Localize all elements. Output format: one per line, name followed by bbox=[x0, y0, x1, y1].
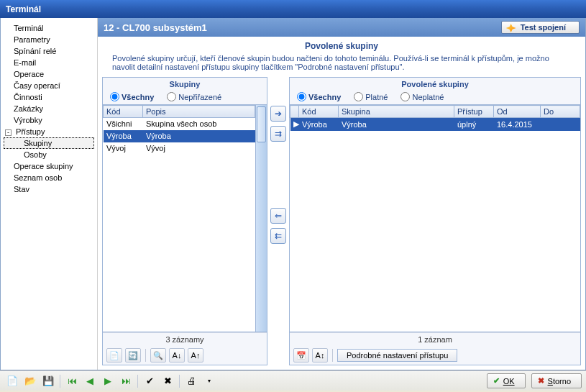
groups-filter-row: Všechny Nepřiřazené bbox=[103, 91, 267, 104]
calendar-icon[interactable]: 📅 bbox=[293, 348, 309, 363]
radio-valid[interactable] bbox=[354, 92, 363, 101]
table-row[interactable]: ▶ Výroba Výroba úplný 16.4.2015 bbox=[290, 118, 580, 131]
radio-all[interactable] bbox=[297, 92, 306, 101]
new-file-icon[interactable]: 📄 bbox=[4, 374, 20, 388]
col-access[interactable]: Přístup bbox=[454, 106, 494, 118]
radio-label: Všechny bbox=[308, 93, 341, 101]
radio-label: Neplatné bbox=[412, 93, 444, 101]
print-icon[interactable]: 🖨 bbox=[183, 374, 199, 388]
groups-panel: Skupiny Všechny Nepřiřazené bbox=[102, 77, 267, 365]
bottom-toolbar: 📄 📂 💾 ⏮ ◀ ▶ ⏭ ✔ ✖ 🖨 ▾ ✔ OK ✖ Storno bbox=[0, 370, 586, 391]
sidebar-item-seznam-osob[interactable]: Seznam osob bbox=[4, 172, 94, 183]
ok-label: OK bbox=[503, 377, 515, 386]
detail-settings-button[interactable]: Podrobné nastavení přístupu bbox=[337, 349, 457, 362]
col-code[interactable]: Kód bbox=[299, 106, 339, 118]
col-code[interactable]: Kód bbox=[104, 106, 143, 118]
window-titlebar: Terminál bbox=[0, 0, 586, 18]
storno-button[interactable]: ✖ Storno bbox=[531, 373, 582, 388]
sort-desc-icon[interactable]: A↑ bbox=[188, 348, 203, 363]
storno-label: Storno bbox=[548, 377, 571, 386]
col-to[interactable]: Do bbox=[541, 106, 580, 118]
separator bbox=[332, 349, 333, 362]
cell-to bbox=[541, 118, 580, 131]
prev-icon[interactable]: ◀ bbox=[82, 374, 98, 388]
groups-filter-unassigned[interactable]: Nepřiřazené bbox=[167, 92, 221, 101]
sort-icon[interactable]: A↕ bbox=[312, 348, 328, 363]
radio-label: Platné bbox=[365, 93, 388, 101]
first-icon[interactable]: ⏮ bbox=[64, 374, 80, 388]
table-row[interactable]: Vývoj Vývoj bbox=[104, 142, 255, 155]
sidebar-item-pristupy[interactable]: - Přístupy bbox=[4, 126, 94, 137]
scrollbar-thumb[interactable] bbox=[257, 106, 266, 142]
allowed-filter-row: Všechny Platné Neplatné bbox=[290, 91, 580, 104]
x-icon: ✖ bbox=[538, 376, 544, 386]
allowed-panel-title: Povolené skupiny bbox=[290, 78, 580, 91]
sidebar-item-label: Přístupy bbox=[16, 127, 45, 136]
sidebar-item-vyrobky[interactable]: Výrobky bbox=[4, 114, 94, 126]
col-from[interactable]: Od bbox=[494, 106, 541, 118]
col-group[interactable]: Skupina bbox=[339, 106, 454, 118]
radio-invalid[interactable] bbox=[400, 92, 410, 101]
content-header: 12 - CL700 subsystém1 Test spojení bbox=[98, 18, 585, 37]
sidebar-item-spinani[interactable]: Spínání relé bbox=[4, 45, 94, 57]
sidebar-item-stav[interactable]: Stav bbox=[4, 183, 94, 195]
find-icon[interactable]: 🔍 bbox=[150, 348, 166, 363]
groups-grid[interactable]: Kód Popis Všichni Skupina všech osob Výr… bbox=[103, 104, 267, 332]
col-desc[interactable]: Popis bbox=[143, 106, 255, 118]
sidebar-item-parametry[interactable]: Parametry bbox=[4, 34, 94, 45]
bottom-toolbar-right: ✔ OK ✖ Storno bbox=[487, 373, 582, 388]
allowed-filter-valid[interactable]: Platné bbox=[354, 92, 388, 101]
allowed-status: 1 záznam bbox=[290, 332, 580, 346]
sidebar-item-osoby[interactable]: Osoby bbox=[4, 149, 94, 160]
sidebar-item-skupiny[interactable]: Skupiny bbox=[4, 137, 94, 149]
allowed-filter-invalid[interactable]: Neplatné bbox=[400, 92, 444, 101]
cell-code: Vývoj bbox=[104, 142, 143, 155]
groups-filter-all[interactable]: Všechny bbox=[110, 92, 154, 101]
separator bbox=[60, 375, 60, 388]
sidebar-tree: Terminál Parametry Spínání relé E-mail O… bbox=[1, 18, 98, 370]
move-all-left-button[interactable]: ⇇ bbox=[270, 228, 286, 244]
groups-toolbar: 📄 🔄 🔍 A↓ A↑ bbox=[103, 346, 267, 365]
sidebar-item-zakazky[interactable]: Zakázky bbox=[4, 103, 94, 114]
cell-code: Výroba bbox=[299, 118, 339, 131]
radio-all[interactable] bbox=[110, 92, 119, 101]
test-connection-button[interactable]: Test spojení bbox=[501, 21, 580, 34]
accept-icon[interactable]: ✔ bbox=[142, 374, 157, 388]
last-icon[interactable]: ⏭ bbox=[118, 374, 134, 388]
radio-label: Nepřiřazené bbox=[178, 93, 221, 101]
section-description: Povolené skupiny určují, kteří členové s… bbox=[98, 53, 585, 77]
sidebar-item-terminal[interactable]: Terminál bbox=[4, 22, 94, 34]
groups-scrollbar[interactable] bbox=[255, 105, 267, 332]
cell-desc: Vývoj bbox=[143, 142, 255, 155]
sidebar-item-casy[interactable]: Časy operací bbox=[4, 80, 94, 91]
table-row[interactable]: Výroba Výroba bbox=[104, 130, 255, 142]
next-icon[interactable]: ▶ bbox=[100, 374, 116, 388]
refresh-icon[interactable]: 🔄 bbox=[125, 348, 141, 363]
move-all-right-button[interactable]: ⇉ bbox=[270, 126, 286, 142]
sidebar-item-email[interactable]: E-mail bbox=[4, 57, 94, 68]
sort-asc-icon[interactable]: A↓ bbox=[169, 348, 185, 363]
open-icon[interactable]: 📂 bbox=[22, 374, 38, 388]
table-row[interactable]: Všichni Skupina všech osob bbox=[104, 118, 255, 130]
cancel-edit-icon[interactable]: ✖ bbox=[160, 374, 175, 388]
cell-group: Výroba bbox=[339, 118, 454, 131]
move-right-button[interactable]: ➔ bbox=[270, 106, 286, 122]
allowed-grid[interactable]: Kód Skupina Přístup Od Do ▶ Výroba bbox=[290, 104, 580, 332]
sidebar-item-cinnosti[interactable]: Činnosti bbox=[4, 91, 94, 103]
cell-code: Výroba bbox=[104, 130, 143, 142]
allowed-filter-all[interactable]: Všechny bbox=[297, 92, 341, 101]
ok-button[interactable]: ✔ OK bbox=[487, 373, 526, 388]
move-left-button[interactable]: ⇐ bbox=[270, 208, 286, 224]
sidebar-item-operace[interactable]: Operace bbox=[4, 68, 94, 80]
breadcrumb: 12 - CL700 subsystém1 bbox=[104, 22, 207, 33]
sidebar-item-operace-skupiny[interactable]: Operace skupiny bbox=[4, 160, 94, 172]
print-dropdown-icon[interactable]: ▾ bbox=[201, 374, 217, 388]
allowed-panel: Povolené skupiny Všechny Platné Neplatné bbox=[289, 77, 581, 365]
save-icon[interactable]: 💾 bbox=[40, 374, 56, 388]
separator bbox=[145, 349, 146, 362]
main-container: Terminál Parametry Spínání relé E-mail O… bbox=[0, 18, 586, 370]
radio-unassigned[interactable] bbox=[167, 92, 176, 101]
tree-collapse-icon[interactable]: - bbox=[5, 129, 12, 136]
separator bbox=[137, 375, 138, 388]
new-icon[interactable]: 📄 bbox=[106, 348, 122, 363]
